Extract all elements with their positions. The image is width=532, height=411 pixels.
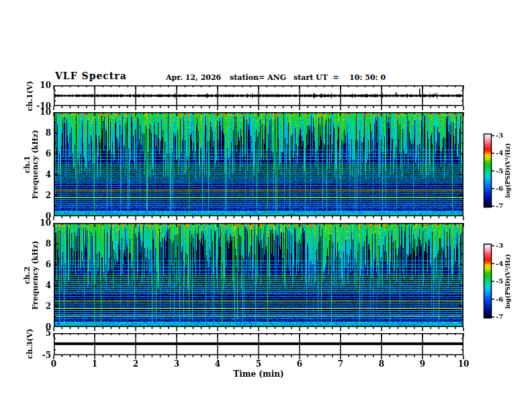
spec2-ytick-label-4: 4	[28, 281, 51, 289]
vlf-spectra-figure: VLF Spectra Apr. 12, 2026 station= ANG s…	[0, 0, 532, 411]
colorbar1-tick-label--5: -5	[496, 168, 512, 175]
colorbar2-tick-label--5: -5	[496, 278, 512, 285]
colorbar1-tick-label--3: -3	[496, 132, 512, 139]
spec2-ytick-label-6: 6	[28, 261, 51, 269]
ch3-ytick-label--5: -5	[28, 351, 51, 359]
x-tick-label-5: 5	[247, 360, 271, 368]
x-tick-label-1: 1	[83, 360, 107, 368]
x-tick-label-8: 8	[369, 360, 394, 368]
x-tick-label-3: 3	[165, 360, 189, 368]
spec1-ytick-label-4: 4	[28, 171, 51, 179]
colorbar2-tick-label--3: -3	[496, 242, 512, 249]
colorbar1-tick-label--7: -7	[496, 203, 512, 210]
x-tick-label-10: 10	[451, 360, 476, 368]
spec1-ytick-label-2: 2	[28, 191, 51, 199]
x-tick-label-2: 2	[124, 360, 148, 368]
colorbar1-tick-label--4: -4	[496, 150, 512, 156]
axes-overlay	[0, 0, 532, 411]
spec2-ytick-label-2: 2	[28, 302, 51, 310]
colorbar2-tick-label--7: -7	[496, 314, 512, 320]
spec1-ylabel: ch.1Frequency (kHz)	[24, 130, 40, 199]
x-tick-label-6: 6	[287, 360, 312, 368]
x-tick-label-7: 7	[328, 360, 353, 368]
x-tick-label-9: 9	[410, 360, 435, 368]
ch3-ytick-label-5: 5	[28, 329, 51, 337]
x-tick-label-4: 4	[206, 360, 230, 368]
x-axis-label: Time (min)	[232, 370, 285, 378]
spec1-ytick-label-10: 10	[28, 108, 51, 116]
spec2-ytick-label-8: 8	[28, 240, 51, 248]
colorbar2-tick-label--6: -6	[496, 296, 512, 303]
x-tick-label-0: 0	[42, 360, 66, 368]
spec1-ytick-label-6: 6	[28, 150, 51, 158]
spec2-ylabel: ch.2Frequency (kHz)	[24, 241, 40, 310]
colorbar1-tick-label--6: -6	[496, 185, 512, 192]
spec2-ytick-label-10: 10	[28, 219, 51, 227]
spec1-ytick-label-8: 8	[28, 129, 51, 137]
ch1-wave-ytick-label-10: 10	[28, 81, 51, 89]
colorbar2-tick-label--4: -4	[496, 261, 512, 267]
spec2-ylabel-frequency: Frequency (kHz)	[31, 241, 40, 310]
spec1-ylabel-frequency: Frequency (kHz)	[31, 130, 40, 199]
